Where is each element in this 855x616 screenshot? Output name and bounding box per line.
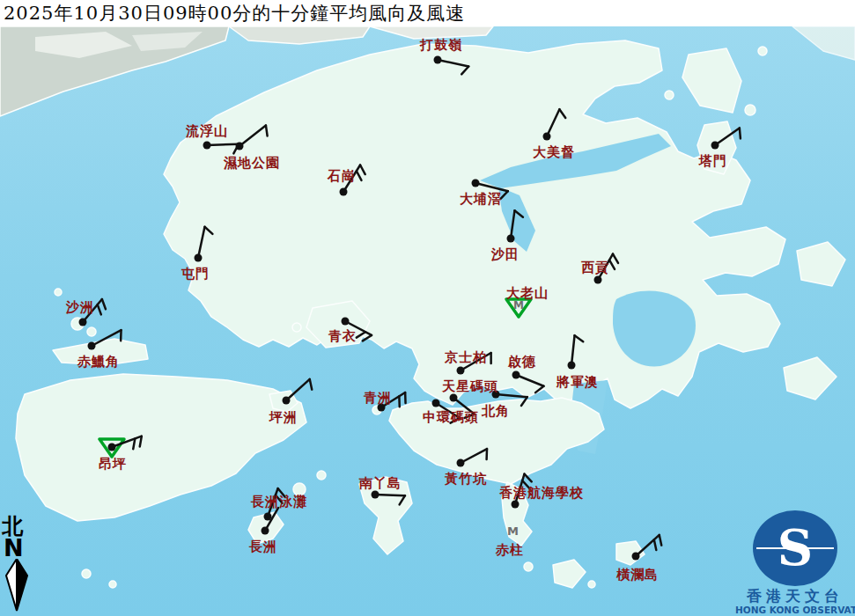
station-label-star-ferry-pier: 天星碼頭 bbox=[442, 378, 498, 395]
station-label-hk-sea-school: 香港航海學校 bbox=[499, 485, 584, 502]
station-label-waglan-island: 橫瀾島 bbox=[616, 567, 659, 583]
station-label-wong-chuk-hang: 黃竹坑 bbox=[445, 471, 487, 488]
station-label-chek-lap-kok: 赤鱲角 bbox=[77, 354, 120, 370]
station-label-ngong-ping: 昂坪 bbox=[99, 456, 127, 473]
hko-logo-icon: S bbox=[746, 509, 844, 588]
north-label-en: N bbox=[2, 537, 37, 559]
station-label-shek-kong: 石崗 bbox=[328, 168, 356, 185]
station-label-wetland-park: 濕地公園 bbox=[224, 155, 280, 172]
station-label-cheung-chau-beach: 長洲泳灘 bbox=[251, 494, 307, 510]
wind-map-screen: 2025年10月30日09時00分的十分鐘平均風向及風速 打鼓嶺流浮山濕地公園石… bbox=[0, 0, 855, 616]
station-label-north-point: 北角 bbox=[482, 403, 510, 420]
station-label-tsing-yi: 青衣 bbox=[328, 328, 357, 345]
station-label-stanley: 赤柱 bbox=[496, 542, 524, 559]
wind-barb-wetland-park bbox=[187, 93, 292, 199]
station-label-lamma-island: 南丫島 bbox=[359, 475, 402, 492]
station-label-sha-tin: 沙田 bbox=[491, 246, 520, 263]
hko-name-zh: 香港天文台 bbox=[735, 588, 855, 605]
wind-barb-tuen-mun bbox=[145, 205, 251, 311]
station-label-kings-park: 京士柏 bbox=[445, 349, 487, 366]
station-label-tap-mun: 塔門 bbox=[699, 153, 727, 170]
station-label-tai-mei-tuk: 大美督 bbox=[533, 144, 575, 161]
map-title: 2025年10月30日09時00分的十分鐘平均風向及風速 bbox=[0, 1, 465, 26]
station-label-kai-tak: 啟德 bbox=[508, 354, 536, 370]
station-label-peng-chau: 坪洲 bbox=[269, 409, 298, 426]
station-label-tai-po-kau: 大埔滘 bbox=[460, 191, 502, 208]
station-label-tseung-kwan-o: 將軍澳 bbox=[556, 374, 599, 391]
station-label-cheung-chau: 長洲 bbox=[249, 539, 277, 555]
station-label-sha-chau: 沙洲 bbox=[66, 299, 94, 316]
wind-barb-tap-mun bbox=[662, 92, 768, 198]
station-label-sai-kung: 西貢 bbox=[581, 260, 609, 276]
wind-barb-peng-chau bbox=[233, 348, 339, 453]
wind-barb-waglan-island bbox=[583, 503, 689, 609]
wind-barb-shek-kong bbox=[291, 139, 396, 245]
north-arrow-icon bbox=[5, 559, 28, 612]
north-compass: 北 N bbox=[2, 516, 37, 612]
title-bar: 2025年10月30日09時00分的十分鐘平均風向及風速 bbox=[0, 0, 855, 26]
wind-barb-lamma-island bbox=[322, 442, 428, 547]
missing-data-mark-stanley: M bbox=[507, 524, 519, 538]
station-label-central-pier: 中環碼頭 bbox=[423, 409, 479, 426]
svg-text:S: S bbox=[778, 518, 813, 576]
station-label-green-island: 青洲 bbox=[364, 390, 392, 407]
station-label-ta-kwu-ling: 打鼓嶺 bbox=[420, 37, 462, 54]
station-label-tuen-mun: 屯門 bbox=[181, 266, 210, 282]
station-label-tates-cairn: 大老山 bbox=[506, 285, 549, 302]
wind-barb-hk-sea-school bbox=[462, 451, 568, 557]
stations-layer: 打鼓嶺流浮山濕地公園石崗大美督塔門大埔滘沙田屯門西貢沙洲M大老山赤鱲角青衣京士柏… bbox=[0, 0, 855, 616]
station-label-lau-fau-shan: 流浮山 bbox=[186, 123, 228, 140]
hko-logo: S 香港天文台 HONG KONG OBSERVATORY bbox=[735, 509, 855, 616]
wind-barb-ngong-ping bbox=[59, 394, 165, 500]
hko-name-en: HONG KONG OBSERVATORY bbox=[735, 605, 855, 616]
